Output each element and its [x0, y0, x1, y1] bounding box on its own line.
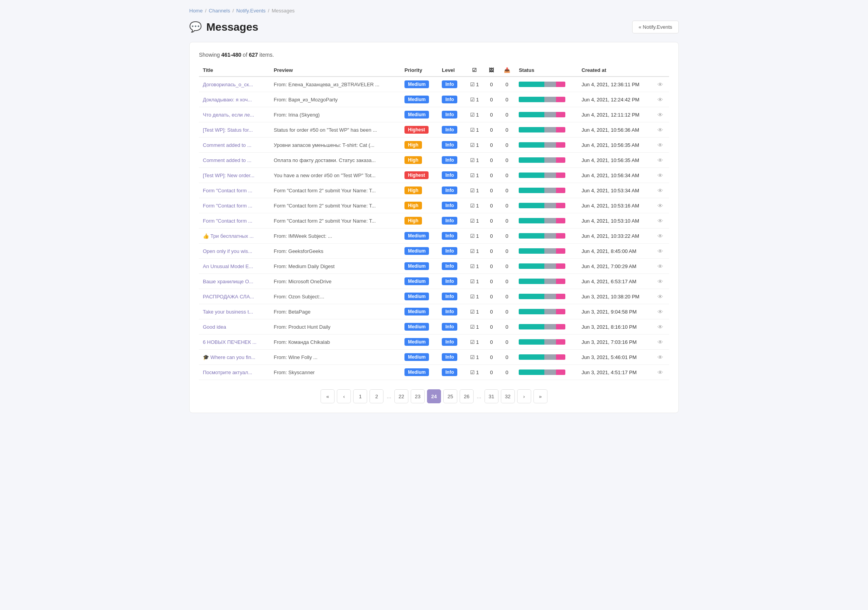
- eye-icon[interactable]: 👁: [657, 324, 663, 330]
- cell-eye[interactable]: 👁: [654, 198, 669, 213]
- col-priority: Priority: [401, 64, 438, 77]
- showing-text: Showing 461-480 of 627 items.: [199, 52, 669, 58]
- cell-created: Jun 4, 2021, 10:56:34 AM: [578, 168, 654, 183]
- title-link[interactable]: Good idea: [203, 324, 265, 330]
- cell-eye[interactable]: 👁: [654, 77, 669, 92]
- cell-eye[interactable]: 👁: [654, 183, 669, 198]
- page-last-btn[interactable]: »: [533, 389, 547, 403]
- breadcrumb-channels[interactable]: Channels: [209, 8, 230, 14]
- title-link[interactable]: 6 НОВЫХ ПЕЧЕНЕК ...: [203, 339, 265, 345]
- title-link[interactable]: Докладываю: я хоч...: [203, 97, 265, 103]
- cell-eye[interactable]: 👁: [654, 304, 669, 319]
- dl-value: 0: [505, 82, 508, 87]
- title-link[interactable]: Form "Contact form ...: [203, 218, 265, 224]
- page-btn-31[interactable]: 31: [485, 389, 498, 403]
- check-value: ☑ 1: [470, 233, 479, 239]
- title-link[interactable]: Form "Contact form ...: [203, 188, 265, 193]
- img-value: 0: [490, 218, 493, 224]
- page-btn-2[interactable]: 2: [370, 389, 383, 403]
- cell-img: 0: [484, 319, 499, 335]
- cell-eye[interactable]: 👁: [654, 259, 669, 274]
- title-link[interactable]: Open only if you wis...: [203, 248, 265, 254]
- eye-icon[interactable]: 👁: [657, 157, 663, 164]
- cell-status: [515, 213, 577, 228]
- eye-icon[interactable]: 👁: [657, 127, 663, 133]
- page-btn-24[interactable]: 24: [427, 389, 441, 403]
- cell-eye[interactable]: 👁: [654, 274, 669, 289]
- page-btn-26[interactable]: 26: [460, 389, 474, 403]
- title-link[interactable]: Ваше хранилище О...: [203, 279, 265, 284]
- eye-icon[interactable]: 👁: [657, 248, 663, 254]
- cell-eye[interactable]: 👁: [654, 244, 669, 259]
- page-first-btn[interactable]: «: [321, 389, 335, 403]
- cell-eye[interactable]: 👁: [654, 319, 669, 335]
- title-link[interactable]: [Test WP]: Status for...: [203, 127, 265, 133]
- title-link[interactable]: Comment added to ...: [203, 157, 265, 163]
- cell-preview: From: Ozon Subject:...: [270, 289, 401, 304]
- dl-value: 0: [505, 279, 508, 284]
- eye-icon[interactable]: 👁: [657, 278, 663, 285]
- cell-eye[interactable]: 👁: [654, 213, 669, 228]
- eye-icon[interactable]: 👁: [657, 369, 663, 376]
- cell-eye[interactable]: 👁: [654, 138, 669, 153]
- page-prev-btn[interactable]: ‹: [337, 389, 351, 403]
- breadcrumb-notify-events[interactable]: Notify.Events: [236, 8, 266, 14]
- eye-icon[interactable]: 👁: [657, 233, 663, 239]
- cell-status: [515, 138, 577, 153]
- status-bar: [519, 203, 565, 208]
- cell-eye[interactable]: 👁: [654, 168, 669, 183]
- title-link[interactable]: Посмотрите актуал...: [203, 369, 265, 375]
- eye-icon[interactable]: 👁: [657, 354, 663, 361]
- page-next-btn[interactable]: ›: [517, 389, 531, 403]
- title-link[interactable]: [Test WP]: New order...: [203, 173, 265, 178]
- page-btn-32[interactable]: 32: [501, 389, 515, 403]
- breadcrumb-home[interactable]: Home: [189, 8, 203, 14]
- title-link[interactable]: Take your business t...: [203, 309, 265, 315]
- eye-icon[interactable]: 👁: [657, 218, 663, 224]
- back-button[interactable]: « Notify.Events: [632, 21, 679, 33]
- title-link[interactable]: 👍 Три бесплатных ...: [203, 233, 265, 239]
- title-link[interactable]: Что делать, если ле...: [203, 112, 265, 118]
- cell-img: 0: [484, 213, 499, 228]
- bar-pink: [556, 339, 565, 345]
- eye-icon[interactable]: 👁: [657, 308, 663, 315]
- cell-eye[interactable]: 👁: [654, 365, 669, 380]
- created-value: Jun 4, 2021, 10:56:35 AM: [582, 157, 639, 163]
- cell-eye[interactable]: 👁: [654, 92, 669, 107]
- eye-icon[interactable]: 👁: [657, 339, 663, 345]
- cell-img: 0: [484, 138, 499, 153]
- cell-check: ☑ 1: [465, 138, 484, 153]
- eye-icon[interactable]: 👁: [657, 142, 663, 148]
- title-link[interactable]: РАСПРОДАЖА СЛА...: [203, 294, 265, 300]
- title-link[interactable]: Form "Contact form ...: [203, 203, 265, 209]
- title-link[interactable]: 🎓 Where can you fin...: [203, 354, 265, 360]
- page-btn-25[interactable]: 25: [443, 389, 457, 403]
- table-row: Докладываю: я хоч... From: Варя_из_Mozgo…: [199, 92, 669, 107]
- eye-icon[interactable]: 👁: [657, 202, 663, 209]
- cell-eye[interactable]: 👁: [654, 122, 669, 138]
- cell-eye[interactable]: 👁: [654, 107, 669, 122]
- eye-icon[interactable]: 👁: [657, 172, 663, 179]
- cell-status: [515, 350, 577, 365]
- bar-pink: [556, 354, 565, 360]
- cell-eye[interactable]: 👁: [654, 350, 669, 365]
- eye-icon[interactable]: 👁: [657, 293, 663, 300]
- title-link[interactable]: An Unusual Model E...: [203, 263, 265, 269]
- cell-eye[interactable]: 👁: [654, 335, 669, 350]
- eye-icon[interactable]: 👁: [657, 96, 663, 103]
- bar-teal: [519, 112, 544, 117]
- eye-icon[interactable]: 👁: [657, 81, 663, 88]
- cell-eye[interactable]: 👁: [654, 289, 669, 304]
- title-link[interactable]: Comment added to ...: [203, 142, 265, 148]
- page-btn-23[interactable]: 23: [411, 389, 425, 403]
- eye-icon[interactable]: 👁: [657, 263, 663, 270]
- title-link[interactable]: Договорилась_о_ск...: [203, 82, 265, 87]
- page-btn-22[interactable]: 22: [394, 389, 408, 403]
- bar-gray: [544, 263, 556, 269]
- page-btn-1[interactable]: 1: [353, 389, 367, 403]
- eye-icon[interactable]: 👁: [657, 112, 663, 118]
- cell-status: [515, 274, 577, 289]
- eye-icon[interactable]: 👁: [657, 187, 663, 194]
- cell-eye[interactable]: 👁: [654, 228, 669, 244]
- cell-eye[interactable]: 👁: [654, 153, 669, 168]
